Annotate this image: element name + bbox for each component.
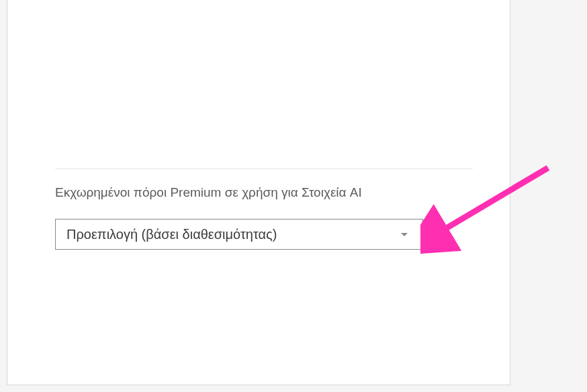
dropdown-selected-value: Προεπιλογή (βάσει διαθεσιμότητας) <box>66 227 277 242</box>
premium-resources-dropdown[interactable]: Προεπιλογή (βάσει διαθεσιμότητας) <box>55 219 423 250</box>
settings-panel: Εκχωρημένοι πόροι Premium σε χρήση για Σ… <box>7 0 510 385</box>
premium-resources-label: Εκχωρημένοι πόροι Premium σε χρήση για Σ… <box>55 185 362 200</box>
chevron-down-icon <box>401 233 408 236</box>
section-divider <box>55 168 473 169</box>
